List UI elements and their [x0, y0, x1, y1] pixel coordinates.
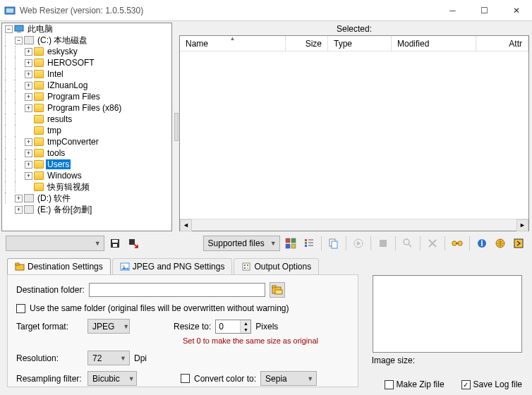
expander[interactable]: − — [15, 37, 23, 44]
web-icon[interactable] — [492, 236, 508, 251]
close-button[interactable]: ✕ — [500, 0, 532, 21]
folder-tree[interactable]: −此电脑 −(C:) 本地磁盘 +eskysky+HEROSOFT+Intel+… — [1, 23, 172, 231]
spin-up-icon[interactable]: ▲ — [241, 320, 250, 327]
resample-select[interactable]: Bicubic▼ — [87, 371, 137, 386]
tree-label[interactable]: Program Files (x86) — [46, 103, 123, 113]
tree-label[interactable]: results — [46, 114, 73, 124]
tree-node-folder[interactable]: +Windows — [2, 170, 171, 181]
tree-node-drive-e[interactable]: (E:) 备份[勿删] — [36, 204, 93, 216]
browse-button[interactable] — [270, 282, 285, 298]
tree-node-folder[interactable]: results — [2, 114, 171, 125]
resolution-select[interactable]: 72▼ — [87, 351, 130, 365]
expander[interactable]: + — [25, 172, 32, 180]
tree-node-folder[interactable]: 快剪辑视频 — [2, 181, 171, 193]
tree-label[interactable]: tools — [46, 148, 66, 158]
tree-label[interactable]: Users — [46, 159, 71, 169]
tree-node-folder[interactable]: +Users — [2, 159, 171, 170]
spin-down-icon[interactable]: ▼ — [241, 327, 250, 333]
expander[interactable]: + — [25, 59, 32, 67]
col-type[interactable]: Type — [328, 36, 392, 51]
convert-color-select[interactable]: Sepia▼ — [260, 371, 317, 386]
save-log-checkbox[interactable]: ✓ — [461, 380, 471, 389]
right-pane: Selected: Name▲ Size Type Modified Attr … — [179, 23, 529, 231]
tree-label[interactable]: Windows — [46, 171, 83, 181]
file-list[interactable]: Name▲ Size Type Modified Attr ◄ ► — [179, 35, 529, 231]
tree-label[interactable]: tmpConverter — [46, 137, 100, 147]
tree-label[interactable]: HEROSOFT — [46, 58, 96, 68]
save-icon[interactable] — [107, 236, 123, 251]
tree-node-folder[interactable]: +HEROSOFT — [2, 57, 171, 68]
minimize-button[interactable]: ─ — [437, 0, 468, 21]
expander[interactable]: + — [25, 93, 32, 101]
tree-node-folder[interactable]: tmp — [2, 125, 171, 136]
tree-node-folder[interactable]: +Program Files (x86) — [2, 102, 171, 114]
folder-icon — [34, 171, 44, 180]
h-scrollbar[interactable]: ◄ ► — [180, 219, 528, 231]
tree-label[interactable]: Intel — [46, 69, 65, 79]
export-icon[interactable] — [126, 236, 141, 251]
tree-label[interactable]: IZhuanLog — [46, 80, 89, 90]
list-icon[interactable] — [301, 236, 317, 251]
tree-node-folder[interactable]: +Intel — [2, 68, 171, 80]
tree-label[interactable]: 快剪辑视频 — [46, 181, 91, 193]
play-icon[interactable] — [351, 236, 366, 251]
copy-icon[interactable] — [326, 236, 341, 251]
zoom-icon[interactable] — [400, 236, 416, 251]
svg-rect-43 — [272, 286, 276, 288]
expander[interactable]: + — [15, 206, 23, 214]
expander[interactable]: + — [25, 82, 32, 90]
tree-node-drive-c[interactable]: (C:) 本地磁盘 — [36, 35, 89, 47]
tab-output[interactable]: Output Options — [234, 258, 319, 274]
tree-label[interactable]: Program Files — [46, 92, 102, 102]
svg-rect-13 — [305, 242, 307, 244]
dest-folder-input[interactable] — [89, 283, 265, 297]
resize-spinner[interactable]: ▲▼ — [215, 320, 251, 334]
tree-node-folder[interactable]: +Program Files — [2, 91, 171, 102]
info-icon[interactable]: i — [474, 236, 490, 251]
expander[interactable]: + — [25, 150, 32, 157]
tree-label[interactable]: eskysky — [46, 47, 79, 56]
expander[interactable]: + — [15, 195, 23, 202]
settings-panel: Destination folder: Use the same folder … — [7, 274, 358, 387]
scroll-left-icon[interactable]: ◄ — [180, 219, 192, 231]
folder-icon — [34, 160, 44, 169]
same-folder-checkbox[interactable] — [16, 304, 25, 313]
stop-icon[interactable] — [375, 236, 391, 251]
expander[interactable]: + — [25, 71, 32, 78]
col-name[interactable]: Name▲ — [180, 36, 286, 51]
expander[interactable]: + — [25, 138, 32, 146]
folder-icon — [34, 70, 44, 78]
expander[interactable]: + — [25, 161, 32, 169]
col-modified[interactable]: Modified — [392, 36, 476, 51]
toolbar: ▼ Supported files▼ i — [0, 233, 532, 254]
expander[interactable]: − — [5, 25, 13, 33]
tree-node-folder[interactable]: +eskysky — [2, 46, 171, 57]
tab-jpeg-png[interactable]: JPEG and PNG Settings — [112, 258, 233, 274]
maximize-button[interactable]: ☐ — [468, 0, 500, 21]
tab-destination[interactable]: Destination Settings — [7, 258, 111, 274]
tree-node-folder[interactable]: +tmpConverter — [2, 136, 171, 147]
target-format-select[interactable]: JPEG▼ — [87, 319, 130, 334]
convert-color-checkbox[interactable] — [181, 374, 190, 383]
thumbnails-icon[interactable] — [283, 236, 298, 251]
filter-combo[interactable]: ▼ — [6, 236, 104, 251]
tree-node-folder[interactable]: +IZhuanLog — [2, 80, 171, 91]
tree-label[interactable]: tmp — [46, 126, 63, 135]
splitter[interactable] — [174, 21, 179, 233]
computer-icon — [14, 25, 24, 33]
supported-files-combo[interactable]: Supported files▼ — [203, 236, 281, 251]
col-size[interactable]: Size — [286, 36, 328, 51]
tree-node-computer[interactable]: 此电脑 — [26, 23, 54, 35]
link-icon[interactable] — [449, 236, 465, 251]
delete-icon[interactable] — [425, 236, 440, 251]
exit-icon[interactable] — [511, 236, 526, 251]
selected-header: Selected: — [179, 23, 529, 35]
tree-node-folder[interactable]: +tools — [2, 147, 171, 159]
scroll-right-icon[interactable]: ► — [516, 219, 528, 231]
tree-node-drive-d[interactable]: (D:) 软件 — [36, 193, 72, 205]
expander[interactable]: + — [25, 48, 32, 56]
col-attr[interactable]: Attr — [476, 36, 528, 51]
make-zip-checkbox[interactable] — [385, 380, 394, 389]
expander[interactable]: + — [25, 104, 32, 112]
folder-icon — [34, 115, 44, 123]
